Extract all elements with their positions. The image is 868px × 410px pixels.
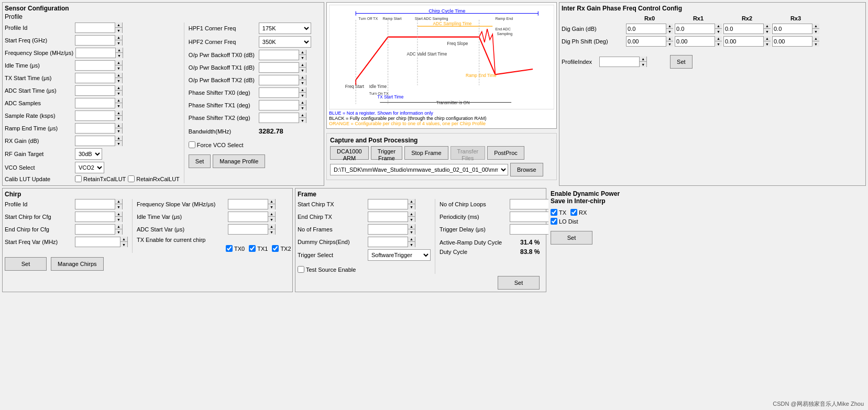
op-pwr-tx0-input[interactable]: 0 [259,50,299,60]
hpf2-select[interactable]: 350K700K [259,36,311,48]
adc-start-var-label: ADC Start Var (μs) [137,226,226,232]
frame-section: Frame Start Chirp TX 0 ▲▼ End Chirp TX [295,188,546,292]
phase-tx2-input[interactable]: 0.000 [259,113,299,123]
trigger-select[interactable]: SoftwareTrigger HardwareTrigger [368,249,431,261]
tx-start-input[interactable]: 0.00 [75,73,115,83]
hpf2-label: HPF2 Corner Freq [189,39,257,45]
tx-enable-label: TX Enable for current chirp [137,237,226,243]
browse-button[interactable]: Browse [510,163,543,176]
dynamic-power-set-button[interactable]: Set [551,231,592,245]
vco-select[interactable]: VCO2 [75,162,104,173]
manage-profile-button[interactable]: Manage Profile [213,154,265,168]
duty-cycle-value: 83.8 % [520,248,540,256]
legend-black: BLACK = Fully configurable per chirp (th… [329,116,554,121]
dynamic-power-title: Enable Dynamic Power Save in Inter-chirp [551,190,864,205]
trigger-delay-input[interactable]: 0.00 [510,225,550,234]
inter-rx-set-button[interactable]: Set [670,55,693,69]
rx-gain-spinner[interactable]: 30 ▲▼ [75,136,123,146]
legend-blue: BLUE = Not a register. Shown for informa… [329,110,554,116]
freq-slope-var-input[interactable]: 0.000 [228,200,268,209]
capture-title: Capture and Post Processing [330,137,553,144]
tx-start-spinner[interactable]: 0.00 ▲▼ [75,73,123,83]
dig-ph-rx3[interactable] [773,37,812,46]
trigger-frame-button[interactable]: Trigger Frame [371,146,402,160]
adc-start-spinner[interactable]: 6.00 ▲▼ [75,85,123,96]
periodicity-label: Periodicity (ms) [440,214,508,220]
ramp-end-spinner[interactable]: 60.00 ▲▼ [75,123,123,134]
stop-frame-button[interactable]: Stop Frame [404,146,448,160]
no-chirp-loops-input[interactable]: 96 [510,200,550,209]
rf-gain-select[interactable]: 30dB [75,148,102,160]
chirp-set-button[interactable]: Set [5,257,47,271]
capture-path-select[interactable]: D:\TI_SDK\mmWave_Studio\mmwave_studio_02… [330,164,508,175]
end-chirp-cfg-label: End Chirp for Cfg [5,226,73,232]
chirp-section-title: Chirp [5,191,290,198]
down-arrow[interactable]: ▼ [115,28,122,33]
post-proc-button[interactable]: PostProc [487,146,524,160]
adc-start-input[interactable]: 6.00 [75,86,115,95]
tx0-checkbox[interactable]: TX0 [226,245,245,252]
phase-tx0-input[interactable]: 0.000 [259,88,299,97]
start-chirp-tx-input[interactable]: 0 [368,200,408,209]
dig-ph-rx2[interactable] [724,37,763,46]
sample-rate-spinner[interactable]: 2950 ▲▼ [75,110,123,121]
dynamic-tx-checkbox[interactable]: TX [551,209,566,216]
profile-index-input[interactable]: 0 [600,57,639,67]
op-pwr-tx1-input[interactable]: 0 [259,63,299,72]
idle-time-var-input[interactable]: 0.00 [228,212,268,221]
chirp-profile-id-input[interactable]: 0 [75,200,115,209]
duty-cycle-label: Duty Cycle [440,249,518,255]
start-freq-input[interactable]: 60.000000 [75,36,115,45]
adc-samples-input[interactable]: 96 [75,98,115,108]
retain-tx-callut-checkbox[interactable]: RetainTxCalLUT [75,175,126,182]
dca1000-arm-button[interactable]: DCA1000 ARM [330,146,369,160]
start-freq-spinner[interactable]: 60.000000 ▲▼ [75,35,123,46]
dig-gain-rx1[interactable] [675,24,715,34]
rx3-header: Rx3 [772,15,819,21]
end-chirp-cfg-input[interactable]: 0 [75,225,115,234]
dig-gain-rx2[interactable] [724,24,763,34]
up-arrow[interactable]: ▲ [115,23,122,28]
test-source-checkbox[interactable]: Test Source Enable [298,266,356,273]
end-chirp-tx-input[interactable]: 2 [368,212,408,221]
op-pwr-tx2-input[interactable]: 0 [259,75,299,85]
profile-id-arrows[interactable]: ▲▼ [115,23,122,33]
force-vco-checkbox[interactable]: Force VCO Select [189,141,244,148]
profile-set-button[interactable]: Set [189,154,211,168]
start-chirp-cfg-input[interactable]: 0 [75,212,115,221]
dynamic-rx-checkbox[interactable]: RX [570,209,587,216]
active-ramp-duty-label: Active-Ramp Duty Cycle [440,239,518,246]
tx2-checkbox[interactable]: TX2 [272,245,291,252]
active-ramp-duty-value: 31.4 % [520,239,540,246]
frame-section-title: Frame [298,191,544,198]
dig-ph-rx1[interactable] [675,37,715,46]
profile-id-input[interactable]: 0 [75,23,115,32]
profile-id-spinner[interactable]: 0 ▲▼ [75,23,123,33]
adc-start-var-input[interactable]: 0.00 [228,225,268,234]
lo-dist-checkbox[interactable]: LO Dist [551,218,578,225]
hpf1-select[interactable]: 175K235K350K700K [259,23,311,34]
freq-slope-spinner[interactable]: 54.713 ▲▼ [75,48,123,58]
no-of-frames-label: No of Frames [298,226,366,232]
dig-ph-rx0[interactable] [627,37,666,46]
transfer-files-button[interactable]: Transfer Files [451,146,486,160]
dig-gain-rx3[interactable] [773,24,812,34]
dummy-chirps-input[interactable]: 0 [368,237,408,247]
idle-time-input[interactable]: 100.00 [75,61,115,70]
idle-time-spinner[interactable]: 100.00 ▲▼ [75,60,123,71]
ramp-end-input[interactable]: 60.00 [75,124,115,133]
dig-gain-rx0[interactable] [627,24,666,34]
frame-set-button[interactable]: Set [498,276,540,290]
dig-gain-label: Dig Gain (dB) [562,26,624,32]
no-of-frames-input[interactable]: 512 [368,225,408,234]
sample-rate-input[interactable]: 2950 [75,111,115,120]
adc-samples-spinner[interactable]: 96 ▲▼ [75,98,123,108]
svg-text:Sampling: Sampling [497,32,512,36]
start-freq-var-input[interactable]: 0.000000 [75,237,120,247]
freq-slope-input[interactable]: 54.713 [76,48,115,58]
manage-chirps-button[interactable]: Manage Chirps [51,257,104,271]
tx1-checkbox[interactable]: TX1 [249,245,268,252]
rx-gain-input[interactable]: 30 [75,136,115,146]
retain-rx-callut-checkbox[interactable]: RetainRxCalLUT [128,175,180,182]
phase-tx1-input[interactable]: 0.000 [259,101,299,110]
